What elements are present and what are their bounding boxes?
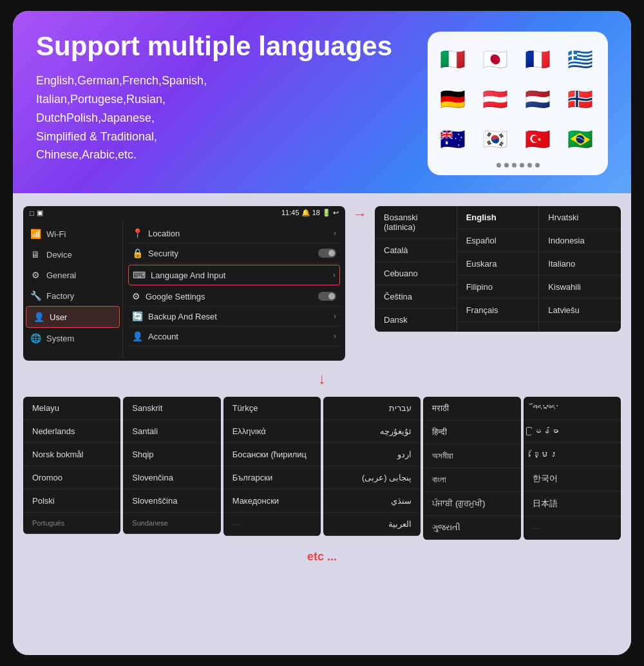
lang-marathi[interactable]: मराठी [423, 397, 520, 421]
sidebar-label-factory: Factory [46, 291, 74, 301]
sidebar-menu: 📶 Wi-Fi 🖥 Device ⚙ General 🔧 [23, 220, 123, 358]
settings-account[interactable]: 👤 Account › [128, 327, 340, 347]
lang-turkce[interactable]: Türkçe [223, 397, 321, 420]
dot-3 [512, 163, 516, 167]
lang-korean[interactable]: 한국어 [524, 466, 621, 491]
lang-cestina[interactable]: Čeština [375, 285, 457, 309]
language-chevron: › [333, 271, 336, 280]
lang-punjabi-arabic[interactable]: پنجابی (عربی) [323, 466, 421, 490]
flag-norway: 🇳🇴 [563, 82, 598, 117]
lang-bulgarski[interactable]: Български [223, 466, 321, 490]
sidebar-item-wifi[interactable]: 📶 Wi-Fi [23, 224, 122, 244]
lang-indonesia[interactable]: Indonesia [539, 229, 621, 252]
lang-gujarati[interactable]: ગુજરાતી [423, 516, 520, 540]
lang-norsk[interactable]: Norsk bokmål [23, 443, 120, 466]
settings-language-input[interactable]: ⌨ Language And Input › [128, 265, 340, 285]
lang-hrvatski[interactable]: Hrvatski [539, 206, 621, 229]
flag-australia: 🇦🇺 [435, 122, 470, 157]
lang-khmer[interactable]: ខ្មែរ [524, 443, 621, 466]
lang-santali[interactable]: Santali [123, 420, 220, 443]
google-toggle[interactable] [318, 292, 336, 301]
backup-chevron: › [334, 312, 336, 321]
bottom-lang-col-2: Sanskrit Santali Shqip Slovenčina Sloven… [123, 397, 220, 534]
lang-bosanski[interactable]: Bosanski (latinica) [375, 206, 457, 239]
lang-myanmar[interactable]: မြန်မာ [524, 420, 621, 443]
lang-bengali[interactable]: বাংলা [423, 468, 520, 492]
settings-location-label: Location [148, 229, 180, 238]
lang-slovenscina[interactable]: Slovenščina [123, 490, 220, 513]
lang-kiswahili[interactable]: Kiswahili [539, 276, 621, 299]
sidebar-item-factory[interactable]: 🔧 Factory [23, 285, 122, 306]
bottom-lang-col-3: Türkçe Ελληνικά Босански (ћирилиц Българ… [223, 397, 321, 536]
android-panel: □ ▣ 11:45 🔔 18 🔋 ↩ 📶 Wi-Fi 🖥 [23, 206, 345, 361]
settings-list: 📍 Location › 🔒 Security [123, 220, 345, 358]
lang-francais[interactable]: Français [457, 299, 539, 322]
status-left: □ ▣ [30, 209, 43, 217]
sidebar-label-wifi: Wi-Fi [46, 229, 66, 239]
security-toggle[interactable] [318, 249, 336, 258]
top-subtitle: English,German,French,Spanish, Italian,P… [36, 71, 412, 164]
language-icon: ⌨ [133, 270, 146, 280]
sidebar-item-system[interactable]: 🌐 System [23, 328, 122, 348]
settings-google-label: Google Settings [146, 292, 205, 301]
sidebar-item-device[interactable]: 🖥 Device [23, 244, 122, 265]
lang-espanol[interactable]: Español [457, 229, 539, 252]
notification-icon: ▣ [37, 209, 43, 217]
lang-nederlands[interactable]: Nederlands [23, 420, 120, 443]
lang-melayu[interactable]: Melayu [23, 397, 120, 420]
lang-sindhi[interactable]: سنڌي [323, 490, 421, 513]
settings-security[interactable]: 🔒 Security [128, 243, 340, 263]
wifi-icon: 📶 [30, 229, 41, 239]
lang-hebrew[interactable]: עברית [323, 397, 421, 420]
lang-sanskrit[interactable]: Sanskrit [123, 397, 220, 420]
lang-sundanese[interactable]: Sundanese [123, 513, 220, 534]
lang-english[interactable]: English [457, 206, 539, 229]
lang-assamese[interactable]: অসমীয়া [423, 444, 520, 468]
right-arrow: → [350, 206, 370, 223]
lang-punjabi-gurmukhi[interactable]: ਪੰਜਾਬੀ (ਗੁਰਮੁਖੀ) [423, 492, 520, 516]
lang-bosanski-cyr[interactable]: Босански (ћирилиц [223, 443, 321, 466]
flag-turkey: 🇹🇷 [520, 122, 555, 157]
lang-shqip[interactable]: Shqip [123, 443, 220, 466]
lang-filipino[interactable]: Filipino [457, 276, 539, 299]
down-arrow-icon: ↓ [318, 370, 326, 388]
flag-france: 🇫🇷 [520, 42, 555, 77]
lang-cebuano[interactable]: Cebuano [375, 262, 457, 285]
sidebar-label-system: System [46, 334, 74, 343]
lang-italiano[interactable]: Italiano [539, 252, 621, 276]
lang-makedonski[interactable]: Македонски [223, 490, 321, 513]
settings-google[interactable]: ⚙ Google Settings [128, 287, 340, 307]
lang-dansk[interactable]: Dansk [375, 309, 457, 332]
status-bar: □ ▣ 11:45 🔔 18 🔋 ↩ [23, 206, 345, 220]
lang-greek[interactable]: Ελληνικά [223, 420, 321, 443]
flag-netherlands: 🇳🇱 [520, 82, 555, 117]
lang-polski[interactable]: Polski [23, 490, 120, 513]
sidebar-item-general[interactable]: ⚙ General [23, 265, 122, 285]
top-section: Support multiple languages English,Germa… [13, 11, 631, 193]
lang-portugues[interactable]: Portugués [23, 513, 120, 534]
location-icon: 📍 [132, 228, 143, 238]
general-icon: ⚙ [30, 270, 41, 280]
dot-6 [535, 163, 540, 167]
bottom-lang-col-6: བོད་སྐད་ မြန်မာ ខ្មែរ 한국어 日本語 — [524, 397, 621, 540]
lang-latviesu[interactable]: Latviešu [539, 299, 621, 322]
settings-language-left: ⌨ Language And Input [133, 270, 225, 280]
lang-col-2: English Español Euskara Filipino Françai… [457, 206, 540, 332]
sidebar-item-user[interactable]: 👤 User [26, 306, 120, 328]
lang-tibetan[interactable]: བོད་སྐད་ [524, 397, 621, 420]
lang-arabic[interactable]: العربية [323, 513, 421, 536]
lang-oromoo[interactable]: Oromoo [23, 466, 120, 490]
bottom-section: □ ▣ 11:45 🔔 18 🔋 ↩ 📶 Wi-Fi 🖥 [13, 193, 631, 655]
lang-uyghur[interactable]: ئۇيغۇرچە [323, 420, 421, 443]
lang-euskara[interactable]: Euskara [457, 252, 539, 276]
lang-japanese[interactable]: 日本語 [524, 491, 621, 517]
lang-hindi[interactable]: हिन्दी [423, 421, 520, 444]
settings-backup[interactable]: 🔄 Backup And Reset › [128, 307, 340, 327]
settings-security-left: 🔒 Security [132, 248, 178, 258]
lang-catala[interactable]: Català [375, 239, 457, 262]
settings-account-left: 👤 Account [132, 331, 178, 341]
lang-slovencina[interactable]: Slovenčina [123, 466, 220, 490]
lang-urdu[interactable]: اردو [323, 443, 421, 466]
settings-security-label: Security [148, 249, 178, 258]
settings-location[interactable]: 📍 Location › [128, 224, 340, 243]
